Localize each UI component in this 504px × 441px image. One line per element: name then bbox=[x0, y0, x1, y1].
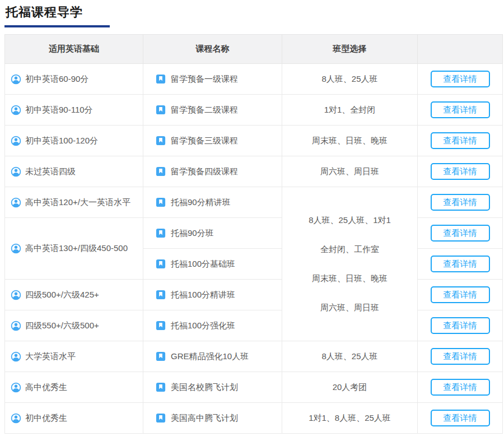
user-icon bbox=[11, 382, 21, 393]
table-row: 大学英语水平 GRE精品强化10人班 8人班、25人班 查看详情 bbox=[5, 341, 503, 372]
book-icon bbox=[156, 413, 166, 423]
course-name-text: 托福100分基础班 bbox=[171, 259, 235, 270]
book-icon bbox=[156, 197, 166, 207]
class-type-text: 周末班、日班、晚班 bbox=[312, 136, 388, 145]
action-cell: 查看详情 bbox=[418, 280, 503, 310]
course-cell: 托福100分强化班 bbox=[143, 310, 282, 341]
table-row: 高中优秀生 美国名校腾飞计划 20人考团 查看详情 bbox=[5, 372, 503, 403]
table-row: 四级550+/六级500+ 托福100分强化班 查看详情 bbox=[5, 310, 503, 341]
class-type-text: 1对1、8人班、25人班 bbox=[309, 413, 391, 423]
view-details-button[interactable]: 查看详情 bbox=[431, 194, 490, 211]
class-type-cell: 20人考团 bbox=[282, 372, 418, 403]
book-icon bbox=[156, 228, 166, 238]
view-details-button[interactable]: 查看详情 bbox=[431, 101, 490, 118]
english-basis-text: 初中英语60-90分 bbox=[25, 74, 88, 85]
page: 托福课程导学 适用英语基础 课程名称 班型选择 初中英语60-90分 bbox=[0, 0, 504, 438]
action-cell: 查看详情 bbox=[418, 403, 503, 434]
table-row: 初中英语90-110分 留学预备二级课程 1对1、全封闭 查看详情 bbox=[5, 95, 503, 126]
course-name-text: 留学预备一级课程 bbox=[171, 74, 238, 85]
class-type-text: 20人考团 bbox=[333, 382, 367, 392]
table-row: 四级500+/六级425+ 托福100分精讲班 查看详情 bbox=[5, 280, 503, 310]
user-icon bbox=[11, 289, 21, 301]
english-basis-text: 四级550+/六级500+ bbox=[25, 321, 99, 331]
book-icon bbox=[156, 166, 166, 177]
page-title: 托福课程导学 bbox=[4, 3, 500, 25]
english-basis-text: 四级500+/六级425+ bbox=[25, 290, 99, 300]
user-icon bbox=[11, 135, 21, 147]
class-type-cell: 周末班、日班、晚班 bbox=[282, 126, 418, 156]
english-basis-cell: 四级500+/六级425+ bbox=[5, 280, 143, 310]
english-basis-text: 未过英语四级 bbox=[25, 166, 76, 177]
user-icon bbox=[11, 166, 21, 178]
book-icon bbox=[156, 105, 166, 115]
view-details-button[interactable]: 查看详情 bbox=[431, 132, 490, 149]
view-details-button[interactable]: 查看详情 bbox=[431, 256, 490, 272]
course-name-text: 美国高中腾飞计划 bbox=[171, 413, 238, 424]
course-cell: 美国名校腾飞计划 bbox=[143, 372, 282, 403]
class-type-cell: 周六班、周日班 bbox=[282, 156, 418, 187]
action-cell: 查看详情 bbox=[418, 249, 503, 280]
action-cell: 查看详情 bbox=[418, 95, 503, 126]
english-basis-cell: 未过英语四级 bbox=[5, 156, 143, 187]
book-icon bbox=[156, 74, 166, 84]
book-icon bbox=[156, 321, 166, 331]
header-course-name: 课程名称 bbox=[143, 35, 282, 64]
english-basis-cell: 大学英语水平 bbox=[5, 341, 143, 372]
user-icon bbox=[11, 104, 21, 116]
course-name-text: 留学预备四级课程 bbox=[171, 166, 238, 177]
view-details-button[interactable]: 查看详情 bbox=[431, 225, 490, 242]
course-cell: 留学预备一级课程 bbox=[143, 64, 282, 95]
class-type-cell: 1对1、8人班、25人班 bbox=[282, 403, 418, 434]
class-type-text: 周六班、周日班 bbox=[320, 166, 379, 176]
view-details-button[interactable]: 查看详情 bbox=[431, 163, 490, 180]
english-basis-text: 高中优秀生 bbox=[25, 382, 67, 393]
user-icon bbox=[11, 351, 21, 363]
course-cell: 托福100分精讲班 bbox=[143, 280, 282, 310]
view-details-button[interactable]: 查看详情 bbox=[431, 379, 490, 396]
class-type-text: 8人班、25人班 bbox=[321, 351, 377, 361]
book-icon bbox=[156, 136, 166, 146]
header-english-basis: 适用英语基础 bbox=[5, 35, 143, 64]
course-name-text: 留学预备二级课程 bbox=[171, 105, 238, 115]
course-name-text: 托福100分精讲班 bbox=[171, 290, 235, 300]
english-basis-text: 大学英语水平 bbox=[25, 351, 76, 362]
course-cell: 托福90分精讲班 bbox=[143, 187, 282, 218]
english-basis-cell: 高中英语130+/四级450-500 bbox=[5, 218, 143, 280]
english-basis-text: 初中英语90-110分 bbox=[25, 105, 93, 115]
table-header-row: 适用英语基础 课程名称 班型选择 bbox=[5, 35, 503, 64]
view-details-button[interactable]: 查看详情 bbox=[431, 348, 490, 365]
table-row: 高中英语120+/大一英语水平 托福90分精讲班 8人班、25人班、1对1 全封… bbox=[5, 187, 503, 218]
english-basis-text: 高中英语130+/四级450-500 bbox=[25, 243, 128, 254]
english-basis-cell: 初中英语90-110分 bbox=[5, 95, 143, 126]
table-row: 初中英语60-90分 留学预备一级课程 8人班、25人班 查看详情 bbox=[5, 64, 503, 95]
course-name-text: 美国名校腾飞计划 bbox=[171, 382, 238, 393]
view-details-button[interactable]: 查看详情 bbox=[431, 286, 490, 303]
view-details-button[interactable]: 查看详情 bbox=[431, 71, 490, 87]
english-basis-text: 高中英语120+/大一英语水平 bbox=[25, 197, 130, 208]
class-type-cell: 8人班、25人班 bbox=[282, 341, 418, 372]
title-underline bbox=[4, 25, 110, 27]
class-type-text: 1对1、全封闭 bbox=[324, 105, 376, 114]
book-icon bbox=[156, 351, 166, 361]
table-row: 高中英语130+/四级450-500 托福90分班 查看详情 bbox=[5, 218, 503, 249]
action-cell: 查看详情 bbox=[418, 156, 503, 187]
user-icon bbox=[11, 412, 21, 424]
course-name-text: 留学预备三级课程 bbox=[171, 136, 238, 146]
view-details-button[interactable]: 查看详情 bbox=[431, 410, 490, 426]
course-cell: GRE精品强化10人班 bbox=[143, 341, 282, 372]
english-basis-text: 初中优秀生 bbox=[25, 413, 67, 424]
user-icon bbox=[11, 73, 21, 85]
english-basis-cell: 高中优秀生 bbox=[5, 372, 143, 403]
action-cell: 查看详情 bbox=[418, 64, 503, 95]
user-icon bbox=[11, 243, 21, 254]
book-icon bbox=[156, 382, 166, 392]
class-type-line: 8人班、25人班、1对1 bbox=[282, 206, 417, 235]
english-basis-cell: 四级550+/六级500+ bbox=[5, 310, 143, 341]
book-icon bbox=[156, 259, 166, 269]
english-basis-text: 初中英语100-120分 bbox=[25, 136, 98, 146]
action-cell: 查看详情 bbox=[418, 310, 503, 341]
course-cell: 留学预备四级课程 bbox=[143, 156, 282, 187]
course-name-text: 托福90分精讲班 bbox=[171, 197, 231, 208]
view-details-button[interactable]: 查看详情 bbox=[431, 317, 490, 334]
class-type-text: 8人班、25人班 bbox=[321, 74, 377, 83]
